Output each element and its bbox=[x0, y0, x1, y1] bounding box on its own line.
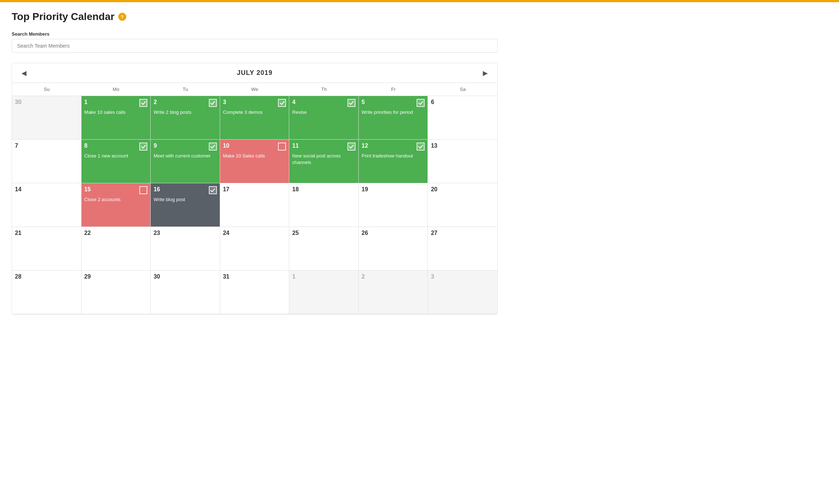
calendar-cell[interactable]: 27 bbox=[428, 227, 497, 271]
calendar-cell[interactable]: 2 Write 2 blog posts bbox=[151, 96, 220, 140]
calendar-cell[interactable]: 3 Complete 3 demos bbox=[220, 96, 290, 140]
day-number: 9 bbox=[154, 143, 157, 149]
calendar-cell[interactable]: 29 bbox=[81, 271, 151, 314]
day-number: 31 bbox=[223, 273, 230, 280]
calendar-cell[interactable]: 7 bbox=[12, 140, 81, 183]
cell-task: Complete 3 demos bbox=[223, 109, 286, 116]
day-number: 30 bbox=[154, 273, 160, 280]
check-icon[interactable] bbox=[139, 143, 147, 151]
calendar-cell[interactable]: 11 New social post across channels bbox=[289, 140, 359, 183]
calendar: ◀ JULY 2019 ▶ SuMoTuWeThFrSa 301 Make 10… bbox=[12, 63, 498, 315]
day-number: 23 bbox=[154, 230, 160, 236]
calendar-cell[interactable]: 24 bbox=[220, 227, 290, 271]
day-number: 19 bbox=[362, 186, 368, 193]
calendar-cell[interactable]: 22 bbox=[81, 227, 151, 271]
cell-task: Make 10 sales calls bbox=[84, 109, 148, 116]
calendar-cell[interactable]: 13 bbox=[428, 140, 497, 183]
calendar-cell[interactable]: 17 bbox=[220, 183, 290, 227]
calendar-cell[interactable]: 23 bbox=[151, 227, 220, 271]
cell-task: Close 2 accounts bbox=[84, 196, 148, 203]
check-icon[interactable] bbox=[278, 143, 286, 151]
day-number: 12 bbox=[362, 143, 368, 149]
check-icon[interactable] bbox=[139, 186, 147, 194]
day-number: 15 bbox=[84, 186, 91, 193]
dow-cell: Su bbox=[12, 83, 81, 96]
day-number: 26 bbox=[362, 230, 368, 236]
day-number: 11 bbox=[292, 143, 299, 149]
calendar-cell[interactable]: 30 bbox=[12, 96, 81, 140]
calendar-cell[interactable]: 18 bbox=[289, 183, 359, 227]
dow-cell: Mo bbox=[81, 83, 151, 96]
day-number: 3 bbox=[431, 273, 434, 280]
day-number: 5 bbox=[362, 99, 365, 105]
calendar-cell[interactable]: 16 Write blog post bbox=[151, 183, 220, 227]
calendar-cell[interactable]: 9 Meet with current customer bbox=[151, 140, 220, 183]
cell-task: Revise bbox=[292, 109, 355, 116]
calendar-cell[interactable]: 5 Write priorities for period bbox=[359, 96, 428, 140]
dow-cell: Sa bbox=[428, 83, 497, 96]
calendar-cell[interactable]: 12 Print tradeshow handout bbox=[359, 140, 428, 183]
check-icon[interactable] bbox=[417, 99, 425, 107]
calendar-cell[interactable]: 14 bbox=[12, 183, 81, 227]
cell-task: New social post across channels bbox=[292, 153, 355, 166]
calendar-cell[interactable]: 25 bbox=[289, 227, 359, 271]
check-icon[interactable] bbox=[347, 143, 355, 151]
day-number: 1 bbox=[292, 273, 295, 280]
calendar-cell[interactable]: 4 Revise bbox=[289, 96, 359, 140]
day-number: 17 bbox=[223, 186, 230, 193]
calendar-cell[interactable]: 1 Make 10 sales calls bbox=[81, 96, 151, 140]
next-month-button[interactable]: ▶ bbox=[479, 68, 492, 79]
calendar-cell[interactable]: 26 bbox=[359, 227, 428, 271]
check-icon[interactable] bbox=[209, 143, 217, 151]
day-of-week-row: SuMoTuWeThFrSa bbox=[12, 83, 497, 96]
calendar-cell[interactable]: 2 bbox=[359, 271, 428, 314]
page-title-area: Top Priority Calendar ? bbox=[12, 11, 498, 23]
search-input[interactable] bbox=[12, 39, 498, 53]
page-title: Top Priority Calendar bbox=[12, 11, 115, 23]
search-label: Search Members bbox=[12, 31, 498, 37]
day-number: 25 bbox=[292, 230, 299, 236]
check-icon[interactable] bbox=[209, 186, 217, 194]
cell-task: Write blog post bbox=[154, 196, 217, 203]
day-number: 30 bbox=[15, 99, 21, 105]
cell-task: Close 1 new account bbox=[84, 153, 148, 159]
day-number: 2 bbox=[154, 99, 157, 105]
dow-cell: Tu bbox=[151, 83, 220, 96]
cell-task: Write priorities for period bbox=[362, 109, 425, 116]
day-number: 13 bbox=[431, 143, 437, 149]
day-number: 14 bbox=[15, 186, 21, 193]
calendar-cell[interactable]: 28 bbox=[12, 271, 81, 314]
calendar-cell[interactable]: 3 bbox=[428, 271, 497, 314]
calendar-grid: 301 Make 10 sales calls2 Write 2 blog po… bbox=[12, 96, 497, 314]
calendar-cell[interactable]: 21 bbox=[12, 227, 81, 271]
day-number: 7 bbox=[15, 143, 18, 149]
cell-task: Make 10 Sales calls bbox=[223, 153, 286, 159]
check-icon[interactable] bbox=[209, 99, 217, 107]
day-number: 28 bbox=[15, 273, 21, 280]
check-icon[interactable] bbox=[347, 99, 355, 107]
help-icon[interactable]: ? bbox=[118, 13, 126, 21]
check-icon[interactable] bbox=[417, 143, 425, 151]
calendar-cell[interactable]: 1 bbox=[289, 271, 359, 314]
check-icon[interactable] bbox=[139, 99, 147, 107]
month-title: JULY 2019 bbox=[237, 69, 273, 77]
day-number: 18 bbox=[292, 186, 299, 193]
calendar-cell[interactable]: 31 bbox=[220, 271, 290, 314]
dow-cell: Fr bbox=[359, 83, 428, 96]
calendar-cell[interactable]: 30 bbox=[151, 271, 220, 314]
day-number: 8 bbox=[84, 143, 88, 149]
day-number: 20 bbox=[431, 186, 437, 193]
prev-month-button[interactable]: ◀ bbox=[18, 68, 30, 79]
cell-task: Write 2 blog posts bbox=[154, 109, 217, 116]
calendar-cell[interactable]: 6 bbox=[428, 96, 497, 140]
calendar-cell[interactable]: 8 Close 1 new account bbox=[81, 140, 151, 183]
calendar-cell[interactable]: 19 bbox=[359, 183, 428, 227]
dow-cell: We bbox=[220, 83, 290, 96]
calendar-cell[interactable]: 20 bbox=[428, 183, 497, 227]
calendar-cell[interactable]: 15Close 2 accounts bbox=[81, 183, 151, 227]
calendar-cell[interactable]: 10Make 10 Sales calls bbox=[220, 140, 290, 183]
day-number: 22 bbox=[84, 230, 91, 236]
check-icon[interactable] bbox=[278, 99, 286, 107]
day-number: 27 bbox=[431, 230, 437, 236]
day-number: 3 bbox=[223, 99, 226, 105]
